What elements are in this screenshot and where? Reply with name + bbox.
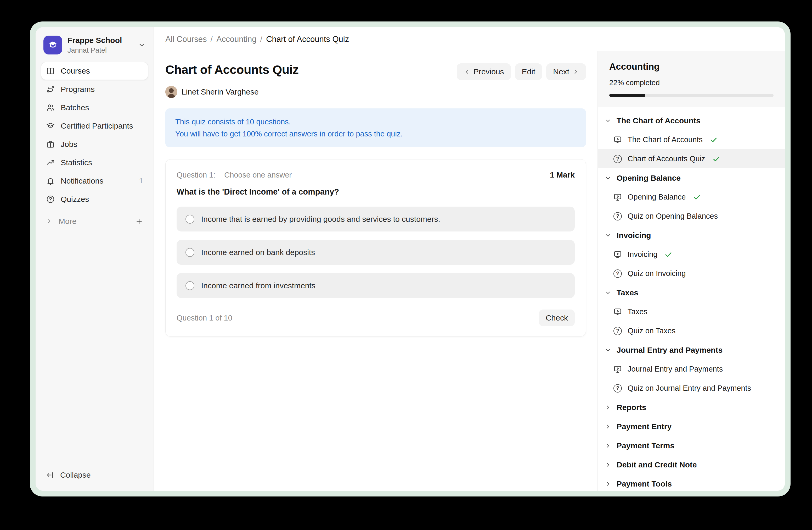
- outline-item-label: The Chart of Accounts: [627, 135, 702, 144]
- previous-button[interactable]: Previous: [457, 64, 511, 80]
- breadcrumb-all-courses[interactable]: All Courses: [165, 34, 207, 44]
- previous-label: Previous: [474, 67, 504, 76]
- answer-option-3[interactable]: Income earned from investments: [177, 273, 575, 298]
- lesson-icon: [613, 364, 622, 374]
- outline-item-quiz-on-taxes[interactable]: ?Quiz on Taxes: [598, 321, 785, 340]
- breadcrumb-accounting[interactable]: Accounting: [216, 34, 256, 44]
- outline-item-invoicing[interactable]: Invoicing: [598, 245, 785, 264]
- check-icon: [709, 136, 718, 144]
- outline-item-quiz-on-opening-balances[interactable]: ?Quiz on Opening Balances: [598, 207, 785, 226]
- course-outline-panel: Accounting 22% completed The Chart of Ac…: [597, 51, 785, 491]
- outline-section-the-chart-of-accounts[interactable]: The Chart of Accounts: [598, 111, 785, 130]
- sidebar-item-certified-participants[interactable]: Certified Participants: [41, 117, 148, 135]
- workspace-switcher[interactable]: Frappe School Jannat Patel: [41, 34, 148, 54]
- sidebar-item-courses[interactable]: Courses: [41, 62, 148, 80]
- book-icon: [46, 67, 55, 75]
- quiz-icon: ?: [613, 154, 622, 164]
- question-card: Question 1: Choose one answer 1 Mark Wha…: [165, 159, 586, 336]
- sidebar-item-label: Courses: [61, 67, 90, 75]
- quiz-icon: ?: [613, 269, 622, 278]
- next-button[interactable]: Next: [546, 64, 586, 80]
- outline-section-payment-terms[interactable]: Payment Terms: [598, 436, 785, 455]
- check-icon: [712, 155, 721, 163]
- sidebar-item-programs[interactable]: Programs: [41, 81, 148, 98]
- sidebar-item-label: Programs: [61, 85, 95, 94]
- option-label: Income earned from investments: [201, 281, 316, 290]
- sidebar-item-quizzes[interactable]: Quizzes: [41, 191, 148, 208]
- sidebar-item-statistics[interactable]: Statistics: [41, 154, 148, 171]
- section-label: Payment Tools: [617, 479, 672, 488]
- outline-section-invoicing[interactable]: Invoicing: [598, 226, 785, 245]
- outline-item-taxes[interactable]: Taxes: [598, 302, 785, 321]
- section-label: Invoicing: [617, 231, 651, 240]
- title-row: Chart of Accounts Quiz Previous Edit: [165, 62, 586, 80]
- notice-line-2: You will have to get 100% correct answer…: [175, 128, 576, 140]
- chevron-down-icon: [605, 347, 611, 353]
- chevron-right-icon: [605, 423, 611, 430]
- check-button[interactable]: Check: [539, 309, 575, 326]
- outline-item-the-chart-of-accounts[interactable]: The Chart of Accounts: [598, 130, 785, 149]
- question-progress: Question 1 of 10: [177, 314, 232, 322]
- collapse-label: Collapse: [60, 471, 91, 479]
- chevron-down-icon: [605, 289, 611, 296]
- outline-section-payment-entry[interactable]: Payment Entry: [598, 417, 785, 436]
- breadcrumb-separator: /: [260, 34, 263, 44]
- author-row: Linet Sherin Varghese: [165, 86, 586, 98]
- plus-icon[interactable]: [135, 217, 143, 225]
- sidebar-item-label: Quizzes: [61, 195, 89, 204]
- check-label: Check: [546, 313, 568, 322]
- breadcrumb-current: Chart of Accounts Quiz: [266, 34, 349, 44]
- collapse-icon: [46, 471, 54, 479]
- edit-label: Edit: [522, 67, 536, 76]
- sidebar-item-notifications[interactable]: Notifications1: [41, 172, 148, 190]
- outline-section-taxes[interactable]: Taxes: [598, 283, 785, 302]
- quiz-icon: ?: [613, 326, 622, 336]
- course-title: Accounting: [609, 61, 773, 72]
- sidebar-item-more[interactable]: More: [41, 213, 148, 230]
- outline-section-debit-and-credit-note[interactable]: Debit and Credit Note: [598, 455, 785, 474]
- outline-section-opening-balance[interactable]: Opening Balance: [598, 168, 785, 187]
- answer-option-2[interactable]: Income earned on bank deposits: [177, 240, 575, 265]
- radio-button[interactable]: [186, 215, 194, 224]
- outline-item-opening-balance[interactable]: Opening Balance: [598, 187, 785, 207]
- frappe-school-logo-icon: [43, 36, 62, 54]
- outline-item-label: Quiz on Opening Balances: [627, 212, 718, 221]
- brand-text: Frappe School Jannat Patel: [68, 36, 133, 54]
- quiz-icon: ?: [613, 383, 622, 393]
- collapse-sidebar-button[interactable]: Collapse: [41, 467, 148, 483]
- sidebar-item-label: Statistics: [61, 158, 92, 167]
- lesson-icon: [613, 307, 622, 317]
- outline-item-quiz-on-journal-entry-and-payments[interactable]: ?Quiz on Journal Entry and Payments: [598, 379, 785, 398]
- progress-bar: [609, 94, 773, 97]
- question-instruction: Choose one answer: [224, 171, 292, 179]
- help-icon: [46, 195, 55, 204]
- outline-item-label: Taxes: [627, 307, 648, 316]
- answer-option-1[interactable]: Income that is earned by providing goods…: [177, 207, 575, 232]
- outline-item-journal-entry-and-payments[interactable]: Journal Entry and Payments: [598, 360, 785, 379]
- briefcase-icon: [46, 140, 55, 149]
- section-label: Payment Terms: [617, 441, 675, 450]
- window-frame: Frappe School Jannat Patel CoursesProgra…: [30, 22, 791, 497]
- section-label: The Chart of Accounts: [617, 116, 700, 125]
- outline-section-payment-tools[interactable]: Payment Tools: [598, 474, 785, 491]
- question-header: Question 1: Choose one answer 1 Mark: [177, 170, 575, 179]
- outline-item-chart-of-accounts-quiz[interactable]: ?Chart of Accounts Quiz: [598, 149, 785, 168]
- question-number-label: Question 1:: [177, 171, 215, 179]
- sidebar-item-batches[interactable]: Batches: [41, 99, 148, 116]
- outline-section-reports[interactable]: Reports: [598, 398, 785, 417]
- outline-section-journal-entry-and-payments[interactable]: Journal Entry and Payments: [598, 340, 785, 360]
- outline-item-label: Quiz on Invoicing: [627, 269, 686, 278]
- chevron-down-icon[interactable]: [138, 41, 146, 49]
- edit-button[interactable]: Edit: [515, 64, 542, 80]
- sidebar-item-jobs[interactable]: Jobs: [41, 136, 148, 153]
- radio-button[interactable]: [186, 281, 194, 290]
- radio-button[interactable]: [186, 248, 194, 257]
- users-icon: [46, 103, 55, 112]
- chevron-right-icon: [605, 442, 611, 449]
- sidebar-item-label: Jobs: [61, 140, 77, 149]
- avatar: [165, 86, 177, 98]
- outline-item-quiz-on-invoicing[interactable]: ?Quiz on Invoicing: [598, 264, 785, 283]
- grad-cap-icon: [46, 122, 55, 130]
- lesson-icon: [613, 135, 622, 144]
- breadcrumb: All Courses / Accounting / Chart of Acco…: [165, 34, 349, 44]
